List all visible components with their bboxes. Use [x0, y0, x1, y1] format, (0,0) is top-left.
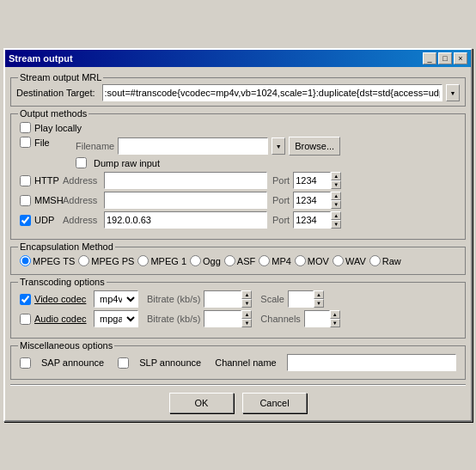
video-scale-up[interactable]: ▲: [314, 290, 324, 299]
video-scale-label: Scale: [260, 294, 284, 304]
misc-group: Miscellaneous options SAP announce SLP a…: [10, 345, 466, 380]
window-content: Stream output MRL Destination Target: ▼ …: [5, 67, 471, 420]
audio-codec-select[interactable]: mpgamp3aac: [94, 310, 138, 327]
udp-port-spin: ▲ ▼: [331, 211, 341, 229]
output-methods-group: Output methods Play locally File Filenam: [10, 113, 466, 240]
video-bitrate-down[interactable]: ▼: [241, 299, 252, 308]
video-bitrate-input[interactable]: [204, 290, 241, 308]
filename-input[interactable]: [118, 137, 268, 155]
play-locally-checkbox[interactable]: [20, 122, 31, 133]
audio-bitrate-input[interactable]: [204, 310, 241, 327]
mmsh-port-down[interactable]: ▼: [331, 200, 341, 209]
transcoding-group: Transcoding options Video codec mp4vh264…: [10, 282, 466, 339]
separator: [10, 384, 466, 386]
channel-name-input[interactable]: [287, 354, 456, 371]
http-label[interactable]: HTTP: [34, 175, 59, 186]
encap-mp4: MP4: [259, 255, 291, 266]
video-codec-checkbox[interactable]: [20, 294, 31, 305]
file-label[interactable]: File: [34, 137, 50, 148]
file-left: File: [20, 137, 76, 148]
audio-codec-label[interactable]: Audio codec: [34, 314, 87, 324]
video-codec-select[interactable]: mp4vh264xvid: [94, 290, 138, 308]
sap-label[interactable]: SAP announce: [41, 357, 104, 368]
audio-codec-checkbox[interactable]: [20, 314, 31, 325]
cancel-button[interactable]: Cancel: [242, 393, 307, 413]
video-codec-label[interactable]: Video codec: [34, 294, 86, 304]
filename-label: Filename: [76, 141, 114, 151]
dump-label[interactable]: Dump raw input: [94, 158, 160, 168]
udp-label[interactable]: UDP: [34, 215, 54, 225]
mmsh-addr-input[interactable]: [104, 192, 267, 209]
misc-row: SAP announce SLP announce Channel name: [20, 354, 456, 371]
video-scale-down[interactable]: ▼: [314, 299, 324, 308]
encap-mpegets-radio[interactable]: [20, 255, 31, 266]
http-checkbox[interactable]: [20, 175, 31, 186]
encap-mp4-label: MP4: [272, 256, 291, 266]
encap-mpegets: MPEG TS: [20, 255, 75, 266]
filename-dropdown-btn[interactable]: ▼: [272, 137, 285, 155]
ok-button[interactable]: OK: [169, 393, 234, 413]
http-port-down[interactable]: ▼: [331, 180, 341, 189]
channel-name-label: Channel name: [215, 357, 277, 368]
maximize-button[interactable]: □: [438, 52, 452, 64]
encap-ogg: Ogg: [190, 255, 221, 266]
http-addr-input[interactable]: [104, 172, 267, 189]
encap-mpeg1-label: MPEG 1: [150, 256, 186, 266]
transcoding-content: Video codec mp4vh264xvid Bitrate (kb/s) …: [16, 289, 460, 333]
video-bitrate-wrap: ▲ ▼: [204, 290, 252, 308]
http-port-input[interactable]: [293, 172, 331, 189]
encap-raw-radio[interactable]: [369, 255, 381, 266]
encap-mpeg1-radio[interactable]: [137, 255, 149, 266]
udp-row: UDP Address Port ▲ ▼: [20, 211, 456, 229]
encap-mov-radio[interactable]: [295, 255, 306, 266]
encap-asf-radio[interactable]: [224, 255, 235, 266]
dest-label: Destination Target:: [16, 88, 95, 98]
dest-dropdown-btn[interactable]: ▼: [446, 84, 460, 101]
udp-addr-input[interactable]: [104, 211, 267, 229]
audio-bitrate-down[interactable]: ▼: [241, 319, 252, 327]
audio-bitrate-wrap: ▲ ▼: [204, 310, 252, 327]
mmsh-port-input[interactable]: [293, 192, 331, 209]
http-port-up[interactable]: ▲: [331, 172, 341, 180]
video-scale-input[interactable]: [288, 290, 314, 308]
mmsh-label[interactable]: MMSH: [34, 195, 64, 205]
slp-label[interactable]: SLP announce: [139, 357, 201, 368]
video-bitrate-up[interactable]: ▲: [241, 290, 252, 299]
audio-channels-input[interactable]: [304, 310, 330, 327]
bottom-buttons: OK Cancel: [10, 389, 466, 415]
output-methods-content: Play locally File Filename ▼ Browse...: [16, 120, 460, 235]
destination-input[interactable]: [102, 84, 442, 101]
audio-bitrate-up[interactable]: ▲: [241, 310, 252, 319]
http-port-spin: ▲ ▼: [331, 172, 341, 189]
udp-port-up[interactable]: ▲: [331, 211, 341, 220]
mmsh-proto: MMSH: [20, 195, 63, 206]
play-locally-label[interactable]: Play locally: [34, 123, 82, 133]
sap-checkbox[interactable]: [20, 357, 31, 369]
slp-checkbox[interactable]: [118, 357, 129, 369]
close-button[interactable]: ×: [454, 52, 467, 64]
browse-button[interactable]: Browse...: [289, 137, 340, 156]
audio-channels-down[interactable]: ▼: [330, 319, 340, 327]
udp-proto: UDP: [20, 215, 63, 226]
encap-mpegps: MPEG PS: [78, 255, 134, 266]
http-proto: HTTP: [20, 175, 63, 186]
udp-checkbox[interactable]: [20, 215, 31, 226]
udp-port-down[interactable]: ▼: [331, 220, 341, 229]
encap-mpegps-radio[interactable]: [78, 255, 89, 266]
video-codec-row: Video codec mp4vh264xvid Bitrate (kb/s) …: [20, 290, 456, 308]
file-checkbox[interactable]: [20, 137, 31, 148]
http-port-wrap: ▲ ▼: [293, 172, 341, 189]
audio-bitrate-spin: ▲ ▼: [241, 310, 252, 327]
encap-wav-radio[interactable]: [333, 255, 344, 266]
encap-ogg-radio[interactable]: [190, 255, 201, 266]
encap-mpegets-label: MPEG TS: [33, 256, 75, 266]
udp-port-input[interactable]: [293, 211, 331, 229]
mmsh-checkbox[interactable]: [20, 195, 31, 206]
udp-addr-label: Address: [63, 215, 104, 225]
mmsh-port-up[interactable]: ▲: [331, 192, 341, 200]
audio-channels-up[interactable]: ▲: [330, 310, 340, 319]
stream-mrl-group: Stream output MRL Destination Target: ▼: [10, 77, 466, 107]
encap-mp4-radio[interactable]: [259, 255, 270, 266]
minimize-button[interactable]: _: [423, 52, 436, 64]
dump-checkbox[interactable]: [76, 157, 87, 168]
